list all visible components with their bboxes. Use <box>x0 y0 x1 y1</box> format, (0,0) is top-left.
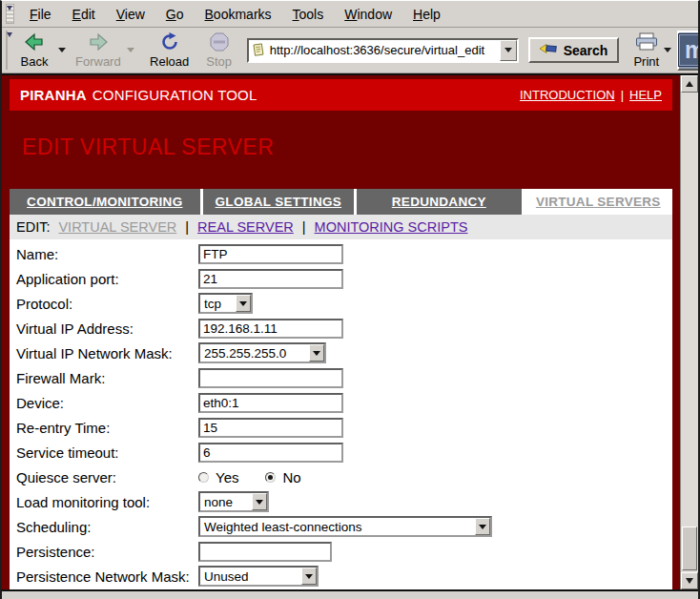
browser-window: File Edit View Go Bookmarks Tools Window… <box>0 0 700 599</box>
form-row: Virtual IP Network Mask: 255.255.255.0 <box>10 341 672 365</box>
re-entry-time-field[interactable] <box>198 418 343 438</box>
persistence-network-mask-select[interactable]: Unused <box>198 566 319 587</box>
introduction-link[interactable]: INTRODUCTION <box>520 88 615 102</box>
stop-button[interactable]: Stop <box>197 30 241 72</box>
piranha-page: PIRANHACONFIGURATION TOOL INTRODUCTION |… <box>2 75 680 589</box>
menu-view[interactable]: View <box>106 1 155 27</box>
edit-subnav: EDIT: VIRTUAL SERVER | REAL SERVER | MON… <box>10 215 672 239</box>
forward-dropdown-arrow[interactable] <box>127 48 134 52</box>
tab-bar: CONTROL/MONITORING GLOBAL SETTINGS REDUN… <box>10 189 672 215</box>
scroll-up-button[interactable] <box>681 75 698 93</box>
page-proxy-icon[interactable] <box>252 43 266 57</box>
url-history-dropdown[interactable] <box>500 40 517 61</box>
menu-tools[interactable]: Tools <box>282 1 335 27</box>
chevron-down-icon <box>236 295 251 312</box>
tab-global-settings[interactable]: GLOBAL SETTINGS <box>203 189 354 215</box>
search-button[interactable]: Search <box>528 37 620 63</box>
firewall-mark-field[interactable] <box>198 368 343 388</box>
subnav-prefix: EDIT: <box>16 219 50 235</box>
form-row: Quiesce server: Yes No <box>10 465 672 489</box>
chevron-down-icon <box>504 48 512 52</box>
chevron-down-icon <box>475 518 490 535</box>
chevron-down-icon <box>301 568 317 585</box>
scrollbar-thumb[interactable] <box>682 527 697 570</box>
name-field[interactable] <box>198 244 343 264</box>
menu-bookmarks[interactable]: Bookmarks <box>195 1 282 27</box>
menu-bar: File Edit View Go Bookmarks Tools Window… <box>2 1 698 28</box>
load-monitoring-tool-select[interactable]: none <box>198 491 269 512</box>
subnav-separator: | <box>302 219 306 235</box>
reload-button[interactable]: Reload <box>148 30 192 72</box>
form-row: Scheduling: Weighted least-connections <box>10 514 672 539</box>
back-icon <box>24 32 45 54</box>
subnav-real-server-link[interactable]: REAL SERVER <box>197 219 294 235</box>
virtual-ip-network-mask-select[interactable]: 255.255.255.0 <box>198 342 326 363</box>
print-button[interactable]: Print <box>630 32 662 69</box>
chevron-down-icon <box>309 344 324 361</box>
form-row: Protocol: tcp <box>10 291 672 316</box>
content-panel: CONTROL/MONITORING GLOBAL SETTINGS REDUN… <box>10 189 672 589</box>
app-header-bar: PIRANHACONFIGURATION TOOL INTRODUCTION |… <box>10 79 672 111</box>
scroll-down-button[interactable] <box>681 572 698 589</box>
quiesce-yes-radio[interactable] <box>198 472 209 483</box>
virtual-ip-address-field[interactable] <box>198 319 343 339</box>
persistence-field[interactable] <box>198 542 332 562</box>
virtual-server-form: Name: Application port: Protocol: tcp <box>10 239 672 589</box>
reload-icon <box>160 32 179 54</box>
arrow-down-icon <box>686 578 693 584</box>
form-row: Persistence: <box>10 539 672 564</box>
form-row: Firewall Mark: <box>10 365 672 390</box>
browser-content: PIRANHACONFIGURATION TOOL INTRODUCTION |… <box>2 73 698 591</box>
subnav-monitoring-scripts-link[interactable]: MONITORING SCRIPTS <box>315 219 468 235</box>
page-title: EDIT VIRTUAL SERVER <box>22 134 680 159</box>
chevron-down-icon <box>252 493 267 510</box>
header-link-separator: | <box>621 88 624 102</box>
form-row: Load monitoring tool: none <box>10 489 672 514</box>
tab-control-monitoring[interactable]: CONTROL/MONITORING <box>10 189 200 215</box>
help-link[interactable]: HELP <box>629 88 662 102</box>
form-row: Service timeout: <box>10 440 672 465</box>
url-input[interactable] <box>266 43 500 57</box>
mozilla-logo-icon: m <box>679 34 700 66</box>
print-icon <box>634 32 659 54</box>
tab-redundancy[interactable]: REDUNDANCY <box>357 189 522 215</box>
menu-window[interactable]: Window <box>334 1 402 27</box>
subnav-separator: | <box>185 219 189 235</box>
back-dropdown-arrow[interactable] <box>58 48 66 52</box>
navigation-toolbar: Back Forward Reload Stop <box>2 28 698 73</box>
form-row: Name: <box>10 241 672 266</box>
mozilla-logo-button[interactable]: m <box>677 31 700 71</box>
menu-help[interactable]: Help <box>402 1 451 27</box>
forward-button[interactable]: Forward <box>72 30 125 72</box>
form-row: Application port: <box>10 266 672 291</box>
subnav-virtual-server-current: VIRTUAL SERVER <box>58 219 176 235</box>
quiesce-no-radio[interactable] <box>265 472 276 483</box>
service-timeout-field[interactable] <box>198 443 343 463</box>
forward-icon <box>88 32 109 54</box>
form-row: Device: <box>10 390 672 415</box>
app-title: PIRANHACONFIGURATION TOOL <box>20 87 257 103</box>
arrow-up-icon <box>686 81 693 87</box>
form-row: Virtual IP Address: <box>10 316 672 341</box>
application-port-field[interactable] <box>198 269 343 289</box>
form-row: Re-entry Time: <box>10 415 672 440</box>
toolbar-grippy[interactable] <box>6 31 8 70</box>
search-icon <box>540 42 558 58</box>
form-row: Persistence Network Mask: Unused <box>10 564 672 589</box>
tab-virtual-servers[interactable]: VIRTUAL SERVERS <box>525 189 672 215</box>
protocol-select[interactable]: tcp <box>198 293 253 314</box>
menu-go[interactable]: Go <box>155 1 195 27</box>
back-button[interactable]: Back <box>12 30 56 72</box>
url-bar <box>247 38 519 63</box>
toolbar-grippy[interactable] <box>6 4 14 24</box>
stop-icon <box>210 32 229 54</box>
print-dropdown-arrow[interactable] <box>664 48 671 52</box>
menu-file[interactable]: File <box>19 1 62 27</box>
vertical-scrollbar <box>680 75 698 589</box>
window-bottom-frame <box>2 591 698 599</box>
scrollbar-track[interactable] <box>681 93 698 572</box>
scheduling-select[interactable]: Weighted least-connections <box>198 516 492 537</box>
menu-edit[interactable]: Edit <box>62 1 106 27</box>
device-field[interactable] <box>198 393 343 413</box>
